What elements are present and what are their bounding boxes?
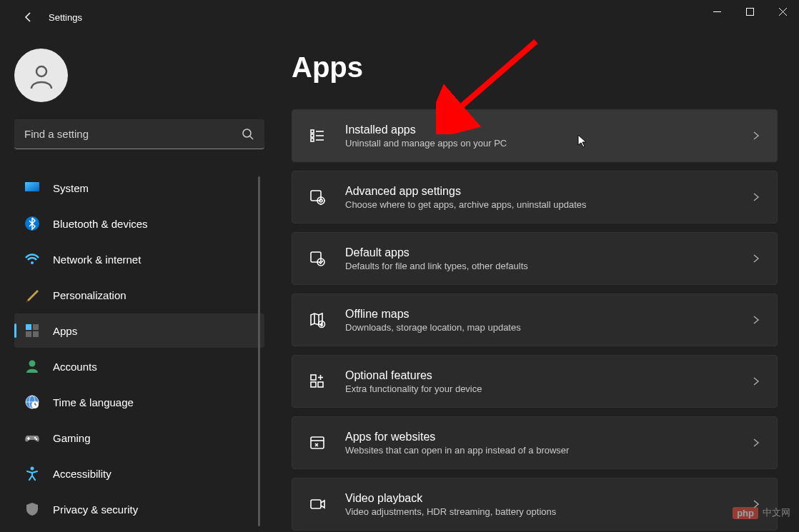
close-button[interactable] xyxy=(766,0,799,23)
svg-rect-26 xyxy=(311,130,314,133)
map-down-icon xyxy=(308,311,327,329)
sidebar-item-label: Accessibility xyxy=(53,468,111,480)
card-offline-maps[interactable]: Offline maps Downloads, storage location… xyxy=(292,293,778,346)
back-button[interactable] xyxy=(14,3,43,31)
gamepad-icon xyxy=(24,430,40,446)
chevron-right-icon xyxy=(751,254,761,264)
svg-rect-50 xyxy=(311,437,324,448)
card-optional-features[interactable]: Optional features Extra functionality fo… xyxy=(292,355,778,408)
card-subtitle: Choose where to get apps, archive apps, … xyxy=(345,199,733,210)
svg-rect-24 xyxy=(27,438,30,439)
app-check-icon xyxy=(308,249,327,268)
monitor-icon xyxy=(24,180,40,196)
chevron-right-icon xyxy=(751,438,761,448)
sidebar-item-label: Personalization xyxy=(53,289,126,301)
sidebar: System Bluetooth & devices Network & int… xyxy=(0,34,272,532)
sidebar-item-accounts[interactable]: Accounts xyxy=(14,349,264,383)
card-title: Optional features xyxy=(345,369,733,382)
app-window-icon xyxy=(308,433,327,452)
card-title: Default apps xyxy=(345,246,733,259)
maximize-icon xyxy=(746,8,754,16)
svg-rect-45 xyxy=(311,375,316,380)
sidebar-item-label: System xyxy=(53,182,89,194)
svg-rect-10 xyxy=(33,324,39,330)
search-box[interactable] xyxy=(14,119,264,149)
card-title: Advanced app settings xyxy=(345,185,733,198)
minimize-icon xyxy=(713,8,721,16)
svg-rect-46 xyxy=(311,382,316,387)
titlebar: Settings xyxy=(0,0,799,34)
close-icon xyxy=(779,8,787,16)
card-subtitle: Websites that can open in an app instead… xyxy=(345,445,733,456)
sidebar-item-label: Privacy & security xyxy=(53,503,138,516)
list-apps-icon xyxy=(308,126,327,145)
card-installed-apps[interactable]: Installed apps Uninstall and manage apps… xyxy=(292,109,778,162)
svg-rect-11 xyxy=(26,331,31,337)
card-subtitle: Defaults for file and link types, other … xyxy=(345,261,733,271)
svg-point-8 xyxy=(31,261,34,264)
sidebar-item-system[interactable]: System xyxy=(14,171,264,205)
svg-point-25 xyxy=(31,467,34,471)
page-title: Apps xyxy=(292,51,779,84)
bluetooth-icon xyxy=(24,216,40,231)
main-content: Apps Installed apps Uninstall and manage… xyxy=(272,34,799,532)
card-subtitle: Downloads, storage location, map updates xyxy=(345,322,733,333)
video-icon xyxy=(308,495,327,513)
shield-icon xyxy=(24,501,40,517)
sidebar-item-bluetooth[interactable]: Bluetooth & devices xyxy=(14,206,264,241)
svg-rect-27 xyxy=(311,134,314,137)
window-controls xyxy=(700,11,799,23)
sidebar-item-gaming[interactable]: Gaming xyxy=(14,421,264,455)
svg-rect-32 xyxy=(311,191,321,201)
card-subtitle: Extra functionality for your device xyxy=(345,383,733,394)
back-arrow-icon xyxy=(23,11,34,23)
user-icon xyxy=(27,61,56,90)
sidebar-item-apps[interactable]: Apps xyxy=(14,313,264,348)
brush-icon xyxy=(24,287,40,303)
sidebar-item-network[interactable]: Network & internet xyxy=(14,242,264,276)
card-default-apps[interactable]: Default apps Defaults for file and link … xyxy=(292,232,778,285)
sidebar-item-label: Apps xyxy=(53,325,77,337)
svg-point-2 xyxy=(36,66,46,76)
sidebar-item-time[interactable]: Time & language xyxy=(14,385,264,419)
maximize-button[interactable] xyxy=(733,0,766,23)
avatar[interactable] xyxy=(14,49,68,102)
sidebar-item-accessibility[interactable]: Accessibility xyxy=(14,456,264,491)
apps-icon xyxy=(24,323,40,338)
svg-point-21 xyxy=(34,437,36,438)
svg-rect-39 xyxy=(311,252,321,262)
svg-rect-47 xyxy=(318,382,323,387)
sidebar-item-label: Network & internet xyxy=(53,254,141,266)
chevron-right-icon xyxy=(751,376,761,386)
watermark-brand: php xyxy=(733,507,758,519)
svg-rect-6 xyxy=(25,182,39,191)
sidebar-item-privacy[interactable]: Privacy & security xyxy=(14,492,264,526)
chevron-right-icon xyxy=(751,315,761,325)
card-advanced-app-settings[interactable]: Advanced app settings Choose where to ge… xyxy=(292,171,778,224)
chevron-right-icon xyxy=(751,192,761,202)
chevron-right-icon xyxy=(751,131,761,141)
svg-point-3 xyxy=(243,129,251,137)
sidebar-item-personalization[interactable]: Personalization xyxy=(14,278,264,312)
svg-rect-9 xyxy=(26,324,31,330)
card-video-playback[interactable]: Video playback Video adjustments, HDR st… xyxy=(292,478,778,531)
app-plus-icon xyxy=(308,372,327,391)
card-title: Installed apps xyxy=(345,124,733,136)
svg-rect-52 xyxy=(311,500,321,508)
card-title: Video playback xyxy=(345,492,733,505)
card-subtitle: Video adjustments, HDR streaming, batter… xyxy=(345,506,733,517)
sidebar-item-label: Accounts xyxy=(53,361,97,373)
minimize-button[interactable] xyxy=(700,0,733,23)
card-apps-for-websites[interactable]: Apps for websites Websites that can open… xyxy=(292,416,778,469)
search-input[interactable] xyxy=(24,128,242,140)
app-gear-icon xyxy=(308,188,327,206)
globe-clock-icon xyxy=(24,394,40,410)
card-title: Offline maps xyxy=(345,308,733,321)
wifi-icon xyxy=(24,251,40,267)
card-subtitle: Uninstall and manage apps on your PC xyxy=(345,138,733,149)
svg-rect-12 xyxy=(33,331,39,337)
svg-point-13 xyxy=(29,361,36,367)
sidebar-item-label: Time & language xyxy=(53,396,134,408)
watermark-text: 中文网 xyxy=(763,506,790,519)
watermark: php 中文网 xyxy=(733,506,790,519)
